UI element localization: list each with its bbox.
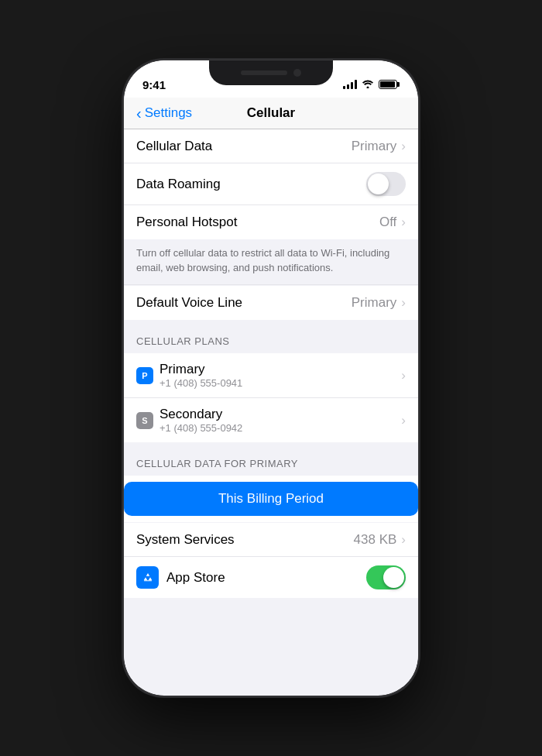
phone-wrapper: 9:41 <box>0 0 542 756</box>
cellular-data-value-group: Primary › <box>352 139 406 154</box>
page-title: Cellular <box>247 105 295 121</box>
app-store-icon <box>136 566 159 589</box>
default-voice-line-value-group: Primary › <box>352 295 406 311</box>
primary-plan-item[interactable]: P Primary +1 (408) 555-0941 › <box>124 353 418 398</box>
personal-hotspot-value-group: Off › <box>379 215 406 230</box>
app-store-left: App Store <box>136 566 225 589</box>
settings-content: Cellular Data Primary › Data Roaming <box>124 129 418 687</box>
toggle-knob <box>383 567 404 588</box>
data-roaming-label: Data Roaming <box>136 177 221 192</box>
primary-plan-icon: P <box>136 367 153 384</box>
section-group-2: Default Voice Line Primary › <box>124 286 418 320</box>
status-icons <box>343 79 400 91</box>
billing-period-button[interactable]: This Billing Period <box>124 482 418 516</box>
primary-plan-number: +1 (408) 555-0941 <box>160 377 242 389</box>
phone-screen: 9:41 <box>124 60 418 696</box>
chevron-icon: › <box>401 368 406 383</box>
cellular-data-value: Primary <box>352 139 397 154</box>
default-voice-line-value: Primary <box>352 295 397 311</box>
personal-hotspot-label: Personal Hotspot <box>136 215 237 230</box>
personal-hotspot-item[interactable]: Personal Hotspot Off › <box>124 205 418 239</box>
data-roaming-item[interactable]: Data Roaming <box>124 163 418 205</box>
cellular-data-item[interactable]: Cellular Data Primary › <box>124 129 418 163</box>
svg-rect-0 <box>141 571 155 585</box>
cellular-data-primary-header: CELLULAR DATA FOR PRIMARY <box>124 442 418 476</box>
notch <box>209 60 333 85</box>
data-roaming-toggle[interactable] <box>366 172 406 196</box>
app-store-item[interactable]: App Store <box>124 557 418 598</box>
system-services-item[interactable]: System Services 438 KB › <box>124 523 418 557</box>
chevron-icon: › <box>401 413 406 428</box>
primary-plan-name: Primary <box>160 362 242 377</box>
section-group-system: System Services 438 KB › <box>124 523 418 598</box>
description-text: Turn off cellular data to restrict all d… <box>136 247 389 273</box>
signal-icon <box>343 80 357 89</box>
section-group-1: Cellular Data Primary › Data Roaming <box>124 129 418 239</box>
cellular-data-label: Cellular Data <box>136 139 212 154</box>
cellular-description: Turn off cellular data to restrict all d… <box>124 239 418 285</box>
phone-frame: 9:41 <box>124 60 418 696</box>
chevron-icon: › <box>401 295 406 311</box>
app-store-label: App Store <box>166 570 225 586</box>
secondary-plan-item[interactable]: S Secondary +1 (408) 555-0942 › <box>124 398 418 442</box>
secondary-plan-number: +1 (408) 555-0942 <box>160 422 242 434</box>
cellular-plans-header: CELLULAR PLANS <box>124 320 418 353</box>
back-button[interactable]: ‹ Settings <box>136 105 192 121</box>
personal-hotspot-value: Off <box>379 215 396 230</box>
back-label: Settings <box>145 105 192 121</box>
battery-icon <box>379 80 400 89</box>
chevron-icon: › <box>401 532 406 548</box>
system-services-label: System Services <box>136 532 235 548</box>
app-store-toggle[interactable] <box>366 565 406 589</box>
wifi-icon <box>362 79 374 91</box>
back-arrow-icon: ‹ <box>136 105 142 121</box>
chevron-icon: › <box>401 139 406 154</box>
system-services-value: 438 KB <box>354 532 397 548</box>
navigation-bar: ‹ Settings Cellular <box>124 98 418 129</box>
toggle-knob <box>368 174 389 194</box>
speaker <box>241 70 287 75</box>
secondary-plan-name: Secondary <box>160 407 242 422</box>
default-voice-line-item[interactable]: Default Voice Line Primary › <box>124 286 418 320</box>
status-time: 9:41 <box>142 78 166 91</box>
camera <box>293 69 301 77</box>
secondary-plan-left: S Secondary +1 (408) 555-0942 <box>136 407 242 434</box>
cellular-plans-group: P Primary +1 (408) 555-0941 › S <box>124 353 418 442</box>
system-services-value-group: 438 KB › <box>354 532 406 548</box>
chevron-icon: › <box>401 215 406 230</box>
default-voice-line-label: Default Voice Line <box>136 295 242 311</box>
secondary-plan-icon: S <box>136 412 153 429</box>
primary-plan-details: Primary +1 (408) 555-0941 <box>160 362 242 389</box>
secondary-plan-details: Secondary +1 (408) 555-0942 <box>160 407 242 434</box>
primary-plan-left: P Primary +1 (408) 555-0941 <box>136 362 242 389</box>
billing-period-container: This Billing Period <box>124 476 418 522</box>
